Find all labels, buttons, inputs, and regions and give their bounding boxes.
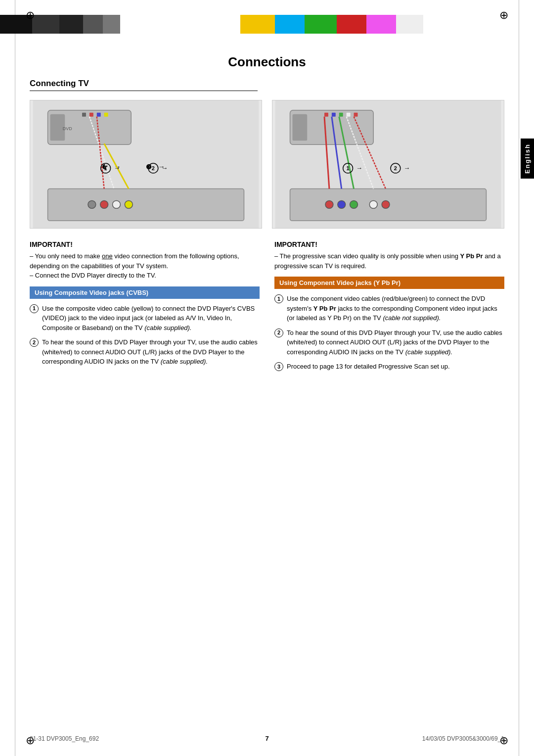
svg-point-14 (100, 200, 108, 208)
diagrams-row: DVD ❶ → ❷ → (30, 100, 504, 229)
svg-point-37 (350, 200, 358, 208)
color-block-cyan (275, 15, 305, 34)
svg-text:→: → (356, 164, 363, 172)
section-cvbs-header: Using Composite Video jacks (CVBS) (30, 286, 260, 299)
svg-point-15 (113, 200, 121, 208)
step-num-right-3: 3 (274, 362, 283, 371)
svg-rect-3 (82, 113, 86, 117)
main-content: Connections Connecting TV DVD ❶ (30, 49, 504, 377)
svg-rect-31 (339, 113, 343, 117)
step-text-left-2: To hear the sound of this DVD Player thr… (42, 337, 260, 367)
svg-point-35 (325, 200, 333, 208)
step-left-2: 2 To hear the sound of this DVD Player t… (30, 337, 260, 367)
svg-text:1: 1 (104, 165, 107, 171)
step-left-1: 1 Use the composite video cable (yellow)… (30, 304, 260, 333)
color-block-5 (103, 15, 120, 34)
page-title: Connections (30, 54, 504, 70)
svg-point-39 (382, 200, 390, 208)
color-block-magenta (366, 15, 396, 34)
svg-point-16 (125, 200, 133, 208)
step-right-1: 1 Use the component video cables (red/bl… (274, 294, 504, 323)
svg-rect-29 (324, 113, 328, 117)
svg-rect-12 (48, 189, 244, 221)
svg-point-38 (369, 200, 377, 208)
english-tab: English (521, 139, 534, 179)
footer-left: 01-31 DVP3005_Eng_692 (30, 735, 99, 742)
diagram-component: 1 2 → → (272, 100, 504, 229)
left-border-line (15, 0, 15, 756)
important-text-left: – You only need to make one video connec… (30, 251, 260, 281)
right-border-line (519, 0, 519, 756)
step-num-left-2: 2 (30, 338, 39, 347)
svg-text:1: 1 (347, 165, 350, 171)
instructions-col-left: IMPORTANT! – You only need to make one v… (30, 240, 260, 377)
svg-point-36 (338, 200, 346, 208)
important-label-left: IMPORTANT! (30, 240, 260, 248)
svg-rect-32 (347, 113, 351, 117)
section-title: Connecting TV (30, 79, 258, 91)
diagram-composite-svg: DVD ❶ → ❷ → (30, 100, 262, 228)
color-block-white (396, 15, 423, 34)
step-text-right-1: Use the component video cables (red/blue… (287, 294, 504, 323)
top-bar-left (0, 15, 240, 34)
step-text-right-3: Proceed to page 13 for detailed Progress… (287, 362, 504, 372)
footer-right: 14/03/05 DVP3005&3000/69_1 (422, 735, 504, 742)
reg-mark-top-left: ⊕ (26, 9, 35, 22)
svg-rect-6 (104, 113, 108, 117)
color-block-3 (59, 15, 83, 34)
color-block-green (305, 15, 337, 34)
svg-rect-5 (97, 113, 101, 117)
color-block-yellow (240, 15, 275, 34)
step-num-right-1: 1 (274, 294, 283, 303)
svg-rect-33 (354, 113, 358, 117)
step-right-2: 2 To hear the sound of this DVD Player t… (274, 328, 504, 357)
color-block-2 (32, 15, 59, 34)
important-text-right: – The progressive scan video quality is … (274, 251, 504, 271)
diagram-composite: DVD ❶ → ❷ → (30, 100, 262, 229)
svg-text:→: → (162, 164, 168, 172)
svg-text:2: 2 (152, 165, 155, 171)
svg-point-13 (88, 200, 96, 208)
footer: 01-31 DVP3005_Eng_692 14/03/05 DVP3005&3… (30, 735, 504, 742)
svg-rect-4 (89, 113, 93, 117)
color-block-red (337, 15, 366, 34)
diagram-component-svg: 1 2 → → (272, 100, 504, 228)
reg-mark-top-right: ⊕ (499, 9, 508, 22)
step-num-left-1: 1 (30, 304, 39, 313)
step-num-right-2: 2 (274, 329, 283, 337)
svg-text:→: → (404, 164, 410, 172)
step-text-left-1: Use the composite video cable (yellow) t… (42, 304, 260, 333)
important-label-right: IMPORTANT! (274, 240, 504, 248)
top-bar-right (240, 15, 534, 34)
important-text-line1: – You only need to make one video connec… (30, 252, 239, 270)
instructions-row: IMPORTANT! – You only need to make one v… (30, 240, 504, 377)
important-text-line2: – Connect the DVD Player directly to the… (30, 272, 156, 279)
top-color-bar (0, 15, 534, 34)
svg-text:DVD: DVD (63, 126, 72, 131)
svg-text:→: → (114, 164, 120, 172)
section-component-header: Using Component Video jacks (Y Pb Pr) (274, 277, 504, 289)
step-text-right-2: To hear the sound of this DVD Player thr… (287, 328, 504, 357)
svg-rect-28 (293, 114, 308, 141)
instructions-col-right: IMPORTANT! – The progressive scan video … (274, 240, 504, 377)
important-text-right-line1: – The progressive scan video quality is … (274, 252, 501, 270)
svg-text:2: 2 (394, 165, 397, 171)
step-right-3: 3 Proceed to page 13 for detailed Progre… (274, 362, 504, 372)
color-block-4 (83, 15, 103, 34)
svg-rect-30 (332, 113, 336, 117)
